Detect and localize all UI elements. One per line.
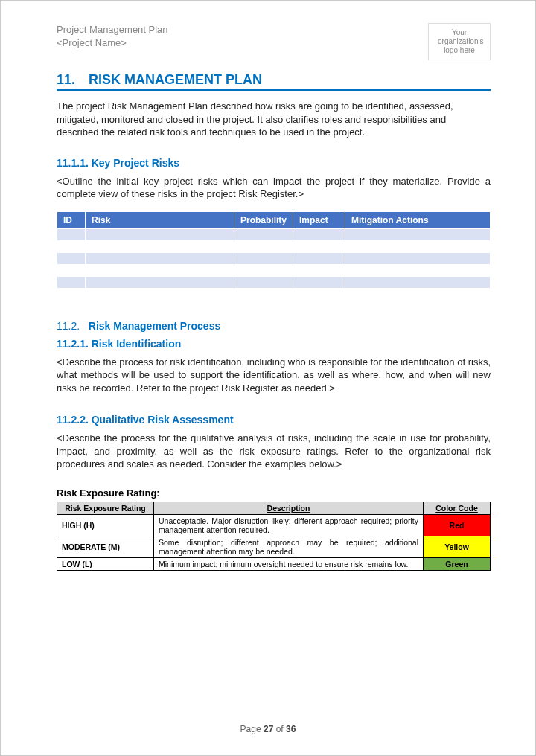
- document-page: Project Management Plan <Project Name> Y…: [1, 1, 535, 586]
- rating-desc: Some disruption; different approach may …: [154, 536, 424, 558]
- heading-11-2-label: Risk Management Process: [89, 320, 220, 332]
- rating-header-row: Risk Exposure Rating Description Color C…: [57, 502, 491, 515]
- table-row: [57, 252, 491, 264]
- key-risks-table: ID Risk Probability Impact Mitigation Ac…: [57, 211, 491, 289]
- col-id: ID: [57, 211, 86, 228]
- doc-title: Project Management Plan: [57, 23, 168, 36]
- footer-prefix: Page: [240, 724, 264, 734]
- instruction-11-1-1: <Outline the initial key project risks w…: [57, 175, 491, 201]
- rating-level: LOW (L): [57, 558, 154, 571]
- col-probability: Probability: [234, 211, 293, 228]
- instruction-11-2-1: <Describe the process for risk identific…: [57, 356, 491, 395]
- project-name: <Project Name>: [57, 36, 168, 50]
- section-intro: The project Risk Management Plan describ…: [57, 100, 491, 139]
- rating-row-high: HIGH (H) Unacceptable. Major disruption …: [57, 515, 491, 536]
- rating-code: Red: [424, 515, 491, 536]
- page-current: 27: [264, 724, 273, 734]
- rating-row-low: LOW (L) Minimum impact; minimum oversigh…: [57, 558, 491, 571]
- page-footer: Page 27 of 36: [1, 724, 535, 734]
- rating-code: Yellow: [424, 536, 491, 558]
- heading-11-2-2: 11.2.2. Qualitative Risk Assessment: [57, 414, 491, 426]
- section-label: RISK MANAGEMENT PLAN: [89, 72, 262, 87]
- col-description: Description: [154, 502, 424, 515]
- rating-desc: Minimum impact; minimum oversight needed…: [154, 558, 424, 571]
- rating-row-moderate: MODERATE (M) Some disruption; different …: [57, 536, 491, 558]
- heading-11-2-1: 11.2.1. Risk Identification: [57, 338, 491, 350]
- footer-of: of: [273, 724, 286, 734]
- heading-11-2: 11.2. Risk Management Process: [57, 320, 491, 332]
- section-number: 11.: [57, 72, 85, 88]
- col-rating: Risk Exposure Rating: [57, 502, 154, 515]
- rating-label: Risk Exposure Rating:: [57, 487, 491, 499]
- rating-desc: Unacceptable. Major disruption likely; d…: [154, 515, 424, 536]
- heading-11-2-num: 11.2.: [57, 320, 80, 332]
- col-mitigation: Mitigation Actions: [345, 211, 491, 228]
- col-color-code: Color Code: [424, 502, 491, 515]
- instruction-11-2-2: <Describe the process for the qualitativ…: [57, 432, 491, 471]
- heading-11-1-1: 11.1.1. Key Project Risks: [57, 157, 491, 169]
- rating-level: MODERATE (M): [57, 536, 154, 558]
- section-11-title: 11. RISK MANAGEMENT PLAN: [57, 72, 491, 91]
- page-header: Project Management Plan <Project Name> Y…: [57, 23, 491, 60]
- rating-table: Risk Exposure Rating Description Color C…: [57, 502, 491, 571]
- logo-placeholder: Your organization's logo here: [428, 23, 491, 60]
- header-left: Project Management Plan <Project Name>: [57, 23, 168, 50]
- table-header-row: ID Risk Probability Impact Mitigation Ac…: [57, 211, 491, 228]
- col-risk: Risk: [86, 211, 234, 228]
- rating-level: HIGH (H): [57, 515, 154, 536]
- table-row: [57, 264, 491, 276]
- rating-code: Green: [424, 558, 491, 571]
- table-row: [57, 240, 491, 252]
- col-impact: Impact: [293, 211, 345, 228]
- table-row: [57, 276, 491, 288]
- page-total: 36: [286, 724, 296, 734]
- table-row: [57, 228, 491, 240]
